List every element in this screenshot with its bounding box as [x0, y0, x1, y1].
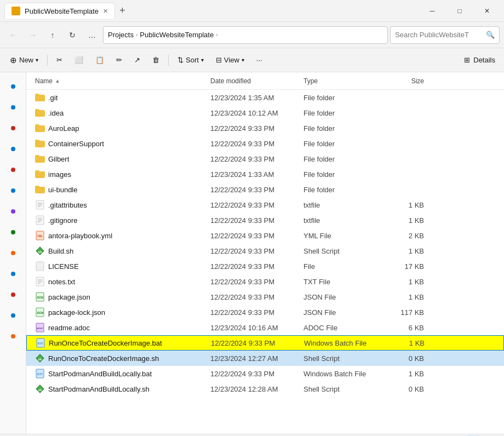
file-name: AuroLeap	[35, 124, 210, 133]
rename-button[interactable]: ✏	[111, 51, 128, 69]
table-row[interactable]: sh Build.sh 12/22/2024 9:33 PM Shell Scr…	[26, 243, 504, 259]
file-date: 12/23/2024 1:35 AM	[210, 94, 303, 102]
table-row[interactable]: sh RunOnceToCreateDockerImage.sh 12/23/2…	[26, 351, 504, 366]
file-name-text: StartPodmanAndBuildLocally.bat	[48, 370, 152, 378]
main-layout: Name ▲ Date modified Type Size .git 12/2…	[0, 72, 504, 434]
sidebar-item-2[interactable]	[3, 118, 23, 138]
file-size: 1 KB	[380, 247, 424, 255]
file-name-text: images	[48, 170, 71, 179]
file-name: notes.txt	[35, 277, 210, 286]
table-row[interactable]: sh StartPodmanAndBuildLocally.sh 12/23/2…	[26, 381, 504, 397]
table-row[interactable]: Gilbert 12/22/2024 9:33 PM File folder	[26, 151, 504, 167]
file-type: txtfile	[303, 216, 380, 225]
close-button[interactable]: ✕	[474, 2, 500, 20]
copy-icon: ⬜	[75, 56, 83, 64]
breadcrumb: Projects › PublicWebsiteTemplate ›	[103, 26, 388, 44]
col-type-header[interactable]: Type	[303, 77, 380, 85]
table-row[interactable]: AuroLeap 12/22/2024 9:33 PM File folder	[26, 121, 504, 136]
file-size: 1 KB	[380, 201, 424, 209]
cut-button[interactable]: ✂	[51, 51, 68, 69]
sidebar-item-11[interactable]	[3, 306, 23, 325]
file-name: ADOC readme.adoc	[35, 323, 210, 332]
table-row[interactable]: .git 12/23/2024 1:35 AM File folder	[26, 90, 504, 105]
tab-title: PublicWebsiteTemplate	[25, 7, 99, 15]
table-row[interactable]: BAT StartPodmanAndBuildLocally.bat 12/22…	[26, 366, 504, 381]
folder-icon	[35, 155, 45, 163]
forward-button[interactable]: →	[24, 26, 42, 44]
sidebar-item-0[interactable]	[3, 77, 23, 96]
paste-button[interactable]: 📋	[90, 51, 110, 69]
sidebar-item-4[interactable]	[3, 160, 23, 180]
delete-button[interactable]: 🗑	[147, 51, 165, 69]
breadcrumb-projects[interactable]: Projects	[108, 31, 134, 39]
file-type: txtfile	[303, 201, 380, 209]
sidebar-dot-0	[11, 84, 15, 89]
table-row[interactable]: ui-bundle 12/22/2024 9:33 PM File folder	[26, 182, 504, 197]
file-type: Windows Batch File	[304, 339, 381, 347]
sidebar-item-8[interactable]	[3, 243, 23, 263]
up-button[interactable]: ↑	[44, 26, 61, 44]
breadcrumb-sep-2: ›	[216, 32, 217, 38]
file-type: TXT File	[303, 278, 380, 286]
sidebar-dot-12	[11, 334, 15, 339]
sort-button[interactable]: ⇅ Sort ▾	[172, 51, 209, 69]
table-row[interactable]: ContainerSupport 12/22/2024 9:33 PM File…	[26, 136, 504, 151]
details-button[interactable]: ⊞ Details	[460, 54, 500, 66]
back-button[interactable]: ←	[4, 26, 22, 44]
table-row[interactable]: JSON package.json 12/22/2024 9:33 PM JSO…	[26, 289, 504, 305]
active-tab[interactable]: PublicWebsiteTemplate ✕	[4, 3, 115, 19]
col-name-header[interactable]: Name ▲	[35, 77, 210, 85]
file-name: YML antora-playbook.yml	[35, 231, 210, 240]
file-date: 12/22/2024 9:33 PM	[210, 140, 303, 148]
sidebar-item-10[interactable]	[3, 285, 23, 305]
file-name: .idea	[35, 109, 210, 117]
file-name-text: Gilbert	[48, 155, 69, 163]
table-row[interactable]: ADOC readme.adoc 12/23/2024 10:16 AM ADO…	[26, 320, 504, 335]
new-icon: ⊕	[10, 55, 17, 65]
sidebar-item-3[interactable]	[3, 139, 23, 159]
sidebar-dot-8	[11, 251, 15, 255]
table-row[interactable]: .gitattributes 12/22/2024 9:33 PM txtfil…	[26, 197, 504, 213]
table-row[interactable]: .gitignore 12/22/2024 9:33 PM txtfile 1 …	[26, 213, 504, 228]
file-name-text: .gitattributes	[48, 201, 87, 209]
folder-icon	[35, 109, 45, 117]
table-row[interactable]: .idea 12/23/2024 10:12 AM File folder	[26, 105, 504, 121]
more-toolbar-button[interactable]: ···	[251, 51, 268, 69]
new-button[interactable]: ⊕ New ▾	[4, 51, 44, 69]
sidebar-item-1[interactable]	[3, 97, 23, 117]
file-icon	[35, 261, 45, 271]
table-row[interactable]: JSON package-lock.json 12/22/2024 9:33 P…	[26, 305, 504, 320]
col-date-header[interactable]: Date modified	[210, 77, 303, 85]
status-bar: 20 items ⊟ ⊞	[0, 434, 504, 436]
sidebar-item-9[interactable]	[3, 264, 23, 284]
refresh-button[interactable]: ↻	[64, 26, 81, 44]
view-button[interactable]: ⊟ View ▾	[210, 51, 250, 69]
new-tab-button[interactable]: +	[119, 5, 125, 16]
table-row[interactable]: notes.txt 12/22/2024 9:33 PM TXT File 1 …	[26, 274, 504, 289]
maximize-button[interactable]: □	[447, 2, 472, 20]
table-row[interactable]: LICENSE 12/22/2024 9:33 PM File 17 KB	[26, 259, 504, 274]
sidebar-item-12[interactable]	[3, 326, 23, 346]
file-type: File folder	[303, 124, 380, 133]
table-row[interactable]: images 12/23/2024 1:33 AM File folder	[26, 167, 504, 182]
file-date: 12/23/2024 10:12 AM	[210, 109, 303, 117]
copy-button[interactable]: ⬜	[69, 51, 89, 69]
minimize-button[interactable]: ─	[420, 2, 445, 20]
breadcrumb-template[interactable]: PublicWebsiteTemplate	[140, 31, 214, 39]
file-date: 12/22/2024 9:33 PM	[210, 186, 303, 194]
toolbar-sep-2	[168, 55, 169, 66]
sidebar-item-5[interactable]	[3, 181, 23, 200]
file-name: images	[35, 170, 210, 179]
tab-close-button[interactable]: ✕	[103, 8, 108, 15]
file-size: 6 KB	[380, 324, 424, 332]
file-name: BAT StartPodmanAndBuildLocally.bat	[35, 369, 210, 378]
sidebar-item-6[interactable]	[3, 202, 23, 221]
share-button[interactable]: ↗	[129, 51, 146, 69]
more-nav-button[interactable]: …	[83, 26, 101, 44]
col-size-header[interactable]: Size	[380, 77, 424, 85]
details-area: ⊞ Details	[456, 54, 500, 66]
table-row[interactable]: BAT RunOnceToCreateDockerImage.bat 12/22…	[26, 335, 504, 351]
table-row[interactable]: YML antora-playbook.yml 12/22/2024 9:33 …	[26, 228, 504, 243]
sidebar-item-7[interactable]	[3, 222, 23, 242]
search-input[interactable]	[395, 31, 483, 39]
